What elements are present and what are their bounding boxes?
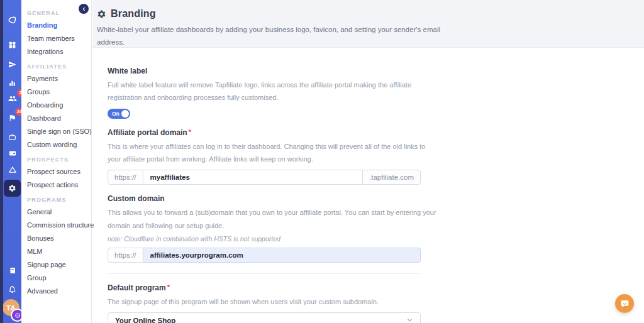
portal-domain-field: Affiliate portal domain* This is where y… (108, 128, 629, 185)
default-program-select[interactable]: Your Online Shop (108, 312, 421, 323)
sidebar-item-prospect-actions[interactable]: Prospect actions (27, 178, 89, 191)
custom-domain-field: Custom domain This allows you to forward… (108, 194, 629, 263)
sidebar-item-bonuses[interactable]: Bonuses (27, 231, 89, 244)
prospects-triangle-icon[interactable] (3, 164, 21, 175)
portal-domain-input-group: https:// .tapfiliate.com (108, 170, 421, 185)
sidebar-item-signup-page[interactable]: Signup page (27, 258, 89, 271)
portal-domain-input[interactable] (143, 170, 364, 185)
portal-domain-label: Affiliate portal domain* (108, 128, 629, 137)
sidebar-item-groups[interactable]: Groups (27, 85, 89, 98)
required-asterisk: * (189, 128, 191, 136)
sidebar-item-general[interactable]: General (27, 205, 89, 218)
sidebar-item-commission-structure[interactable]: Commission structure (27, 218, 89, 231)
collapse-sidebar-button[interactable] (79, 4, 89, 14)
wallet-icon[interactable] (3, 148, 21, 159)
page-title: Branding (111, 8, 156, 19)
send-plane-icon[interactable] (3, 58, 21, 70)
sidebar-section-affiliates: AFFILIATES (27, 63, 89, 70)
chat-button[interactable] (615, 294, 634, 313)
white-label-label: White label (108, 67, 629, 75)
affiliates-users-icon[interactable]: 2 (3, 93, 21, 104)
page-description: White-label your affiliate dashboards by… (97, 23, 449, 48)
sidebar-item-group[interactable]: Group (27, 271, 89, 284)
bar-chart-icon[interactable] (3, 77, 21, 89)
default-program-field: Default program* The signup page of this… (108, 283, 629, 323)
icon-rail: 2 24 TA (0, 0, 21, 323)
onboarding-flag-icon[interactable]: 24 (3, 112, 21, 123)
section-divider (108, 273, 421, 274)
protocol-prefix: https:// (108, 248, 143, 263)
custom-domain-input[interactable] (143, 248, 421, 263)
custom-domain-note: note: Cloudflare in combination with HST… (108, 235, 629, 243)
notifications-bell-icon[interactable] (3, 283, 21, 295)
white-label-description: Full white label feature will remove Tap… (108, 79, 438, 104)
branding-gear-icon (97, 9, 106, 19)
main-panel: Branding White-label your affiliate dash… (92, 0, 644, 323)
sidebar-item-payments[interactable]: Payments (27, 72, 89, 85)
window-edge (0, 0, 3, 323)
chevron-down-icon (406, 317, 413, 323)
sidebar-item-team-members[interactable]: Team members (27, 31, 89, 45)
branding-form: White label Full white label feature wil… (92, 48, 644, 323)
tapfiliate-domain-suffix: .tapfiliate.com (362, 170, 421, 185)
sidebar-section-programs: PROGRAMS (27, 197, 89, 203)
chevron-left-icon (82, 7, 86, 11)
protocol-prefix: https:// (108, 170, 143, 185)
custom-domain-label: Custom domain (108, 194, 629, 203)
default-program-description: The signup page of this program will be … (108, 295, 438, 308)
white-label-toggle[interactable]: On (108, 109, 130, 119)
portal-domain-description: This is where your affiliates can log in… (108, 140, 438, 166)
sidebar-item-custom-wording[interactable]: Custom wording (27, 138, 89, 151)
sidebar-item-branding[interactable]: Branding (27, 18, 89, 31)
docs-book-icon[interactable] (3, 265, 21, 276)
sidebar-item-prospect-sources[interactable]: Prospect sources (27, 165, 89, 178)
tapfiliate-logo-icon[interactable] (3, 15, 21, 26)
page-header: Branding White-label your affiliate dash… (92, 0, 644, 48)
assets-box-icon[interactable] (3, 131, 21, 142)
settings-sidebar: GENERAL Branding Team members Integratio… (21, 0, 92, 323)
sidebar-section-prospects: PROSPECTS (27, 156, 89, 163)
white-label-field: White label Full white label feature wil… (108, 67, 629, 119)
default-program-label: Default program* (108, 283, 629, 292)
sidebar-item-mlm[interactable]: MLM (27, 244, 89, 258)
toggle-knob (121, 110, 129, 118)
sidebar-item-integrations[interactable]: Integrations (27, 45, 89, 58)
sidebar-item-sso[interactable]: Single sign on (SSO) (27, 124, 89, 138)
sidebar-item-onboarding[interactable]: Onboarding (27, 98, 89, 111)
chat-bubble-icon (620, 299, 630, 309)
sidebar-item-dashboard[interactable]: Dashboard (27, 111, 89, 124)
dashboard-grid-icon[interactable] (3, 39, 21, 50)
rail-item-settings-active[interactable] (4, 180, 21, 197)
custom-domain-description: This allows you to forward a (sub)domain… (108, 206, 438, 232)
required-asterisk: * (167, 283, 170, 291)
toggle-state-label: On (112, 111, 119, 117)
custom-domain-input-group: https:// (108, 248, 421, 263)
sidebar-item-advanced[interactable]: Advanced (27, 284, 89, 297)
selected-program: Your Online Shop (115, 317, 175, 323)
